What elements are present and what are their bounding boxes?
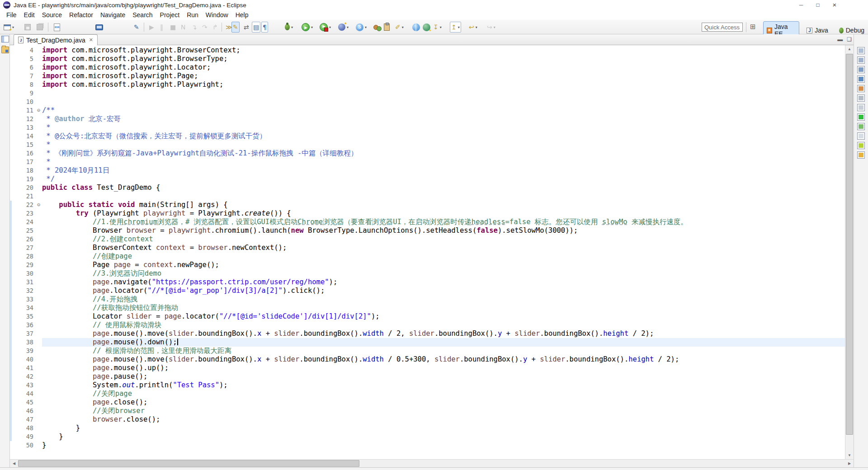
annotation-column[interactable] [10, 424, 13, 432]
code-line-28[interactable]: 28 //创建page [10, 252, 845, 261]
code-line-6[interactable]: 6import com.microsoft.playwright.Locator… [10, 63, 845, 72]
minimized-view-2-icon[interactable] [857, 56, 865, 64]
annotation-column[interactable] [10, 166, 13, 175]
annotation-column[interactable] [10, 252, 13, 261]
annotation-column[interactable] [10, 355, 13, 364]
annotation-column[interactable] [10, 372, 13, 381]
code-line-44[interactable]: 44 //关闭page [10, 390, 845, 398]
quick-access-input[interactable] [702, 23, 743, 32]
annotation-column[interactable] [10, 407, 13, 415]
annotation-column[interactable] [10, 106, 13, 115]
debug-button[interactable]: ▾ [283, 22, 294, 33]
menu-item-window[interactable]: Window [202, 10, 232, 19]
code-line-12[interactable]: 12 * @author 北京-宏哥 [10, 115, 845, 123]
code-text[interactable]: page.close(); [42, 398, 845, 407]
code-line-31[interactable]: 31 page.navigate("https://passport.ctrip… [10, 278, 845, 287]
annotation-column[interactable] [10, 209, 13, 218]
code-text[interactable]: page.mouse().move(slider.boundingBox().x… [42, 329, 845, 338]
fold-collapse-icon[interactable]: ⊖ [35, 201, 42, 209]
menu-item-source[interactable]: Source [38, 10, 66, 19]
code-text[interactable]: page.locator("//*[@id='agr_pop']/div[3]/… [42, 287, 845, 295]
code-line-42[interactable]: 42 page.pause(); [10, 372, 845, 381]
import-breakpoints-button[interactable]: ↧▾ [432, 22, 443, 33]
console-icon[interactable] [94, 22, 104, 33]
link-with-editor-icon[interactable]: ⇄ [242, 22, 250, 33]
code-text[interactable]: page.mouse().move(slider.boundingBox().x… [42, 355, 845, 364]
horizontal-scrollbar-thumb[interactable] [18, 460, 359, 467]
code-line-14[interactable]: 14 * @公众号:北京宏哥（微信搜索，关注宏哥，提前解锁更多测试干货） [10, 132, 845, 141]
web-browser-icon[interactable] [411, 22, 421, 33]
code-text[interactable]: // 使用鼠标滑动滑块 [42, 321, 845, 329]
project-explorer-minimized-icon[interactable] [1, 47, 9, 53]
annotation-column[interactable] [10, 183, 13, 192]
code-line-47[interactable]: 47 browser.close(); [10, 415, 845, 424]
annotation-column[interactable] [10, 415, 13, 424]
menu-item-run[interactable]: Run [183, 10, 202, 19]
code-text[interactable]: // 根据滑动的范围，这里使用滑动最大距离 [42, 347, 845, 355]
step-into-icon[interactable]: ↴ [190, 22, 198, 33]
tab-test-dragdemo[interactable]: J Test_DragDemo.java ✕ [14, 34, 98, 45]
code-line-36[interactable]: 36 // 使用鼠标滑动滑块 [10, 321, 845, 329]
binary-literals-icon[interactable]: 010 [52, 22, 61, 33]
minimized-view-5-icon[interactable] [857, 85, 865, 92]
code-text[interactable]: import com.microsoft.playwright.Page; [42, 72, 845, 80]
browser-profile-icon[interactable] [421, 22, 432, 33]
annotation-column[interactable] [10, 329, 13, 338]
code-line-8[interactable]: 8import com.microsoft.playwright.Playwri… [10, 80, 845, 89]
minimized-view-9-icon[interactable] [857, 123, 865, 130]
highlight-marker-button[interactable]: ✐▾ [394, 22, 405, 33]
menu-item-help[interactable]: Help [232, 10, 252, 19]
annotation-column[interactable] [10, 287, 13, 295]
minimized-view-7-icon[interactable] [857, 104, 865, 111]
code-text[interactable] [42, 192, 845, 201]
terminate-icon[interactable]: ■ [169, 22, 177, 33]
code-text[interactable]: page.pause(); [42, 372, 845, 381]
step-over-icon[interactable]: ↷ [201, 22, 209, 33]
annotation-column[interactable] [10, 132, 13, 141]
minimize-editor-icon[interactable]: ▬ [837, 36, 843, 42]
annotation-column[interactable] [10, 218, 13, 226]
code-text[interactable]: public static void main(String[] args) { [42, 201, 845, 209]
open-artifact-button[interactable]: ↥▾ [450, 22, 461, 33]
code-text[interactable]: /** [42, 106, 845, 115]
code-line-48[interactable]: 48 } [10, 424, 845, 432]
open-task-icon[interactable] [382, 22, 391, 33]
code-text[interactable]: page.navigate("https://passport.ctrip.co… [42, 278, 845, 287]
annotation-column[interactable] [10, 364, 13, 372]
annotation-column[interactable] [10, 390, 13, 398]
annotation-column[interactable] [10, 226, 13, 235]
code-line-33[interactable]: 33 //4.开始拖拽 [10, 295, 845, 304]
code-line-5[interactable]: 5import com.microsoft.playwright.Browser… [10, 55, 845, 63]
dropdown-arrow-icon[interactable]: ▾ [311, 25, 313, 29]
dropdown-arrow-icon[interactable]: ▾ [494, 25, 495, 29]
code-text[interactable]: * [42, 141, 845, 149]
code-text[interactable]: * [42, 123, 845, 132]
code-text[interactable]: * @公众号:北京宏哥（微信搜索，关注宏哥，提前解锁更多测试干货） [42, 132, 845, 141]
skip-breakpoints-icon[interactable]: ✎ [132, 22, 141, 33]
menu-item-edit[interactable]: Edit [20, 10, 38, 19]
code-text[interactable]: Page page = context.newPage(); [42, 261, 845, 269]
code-text[interactable]: } [42, 441, 845, 450]
annotation-column[interactable] [10, 295, 13, 304]
annotation-column[interactable] [10, 80, 13, 89]
code-text[interactable]: * 2024年10月11日 [42, 166, 845, 175]
annotation-column[interactable] [10, 149, 13, 158]
code-line-40[interactable]: 40 page.mouse().move(slider.boundingBox(… [10, 355, 845, 364]
menu-item-navigate[interactable]: Navigate [97, 10, 129, 19]
code-text[interactable]: * [42, 158, 845, 166]
code-text[interactable]: import com.microsoft.playwright.Playwrig… [42, 80, 845, 89]
code-text[interactable]: } [42, 424, 845, 432]
save-button[interactable] [23, 22, 32, 33]
code-text[interactable]: import com.microsoft.playwright.Locator; [42, 63, 845, 72]
menu-item-search[interactable]: Search [129, 10, 156, 19]
code-text[interactable]: import com.microsoft.playwright.BrowserC… [42, 46, 845, 55]
new-wizard-button[interactable]: ▾ [2, 22, 15, 33]
code-line-35[interactable]: 35 Locator slider = page.locator("//*[@i… [10, 312, 845, 321]
new-server-wizard-button[interactable]: ▾ [337, 22, 350, 33]
code-line-18[interactable]: 18 * 2024年10月11日 [10, 166, 845, 175]
annotation-column[interactable] [10, 321, 13, 329]
code-line-16[interactable]: 16 * 《刚刚问世》系列初窥篇-Java+Playwright自动化测试-21… [10, 149, 845, 158]
code-line-9[interactable]: 9 [10, 89, 845, 98]
tab-close-icon[interactable]: ✕ [89, 37, 93, 43]
code-text[interactable]: //关闭page [42, 390, 845, 398]
